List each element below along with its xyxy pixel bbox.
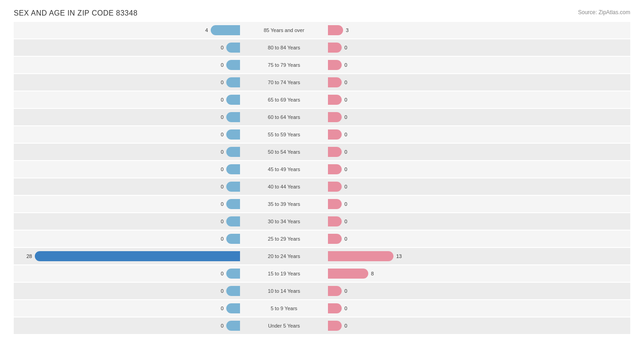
female-bar [328,321,342,331]
female-value: 0 [344,45,347,50]
female-bar [328,251,393,261]
bar-row: 28 20 to 24 Years 13 [14,248,630,264]
right-section: 0 [325,216,486,226]
bar-row: 0 30 to 34 Years 0 [14,213,630,230]
bar-row: 0 35 to 39 Years 0 [14,196,630,212]
left-section: 28 [14,251,243,261]
female-bar [328,112,342,122]
age-label: 10 to 14 Years [243,288,325,294]
female-value: 0 [344,167,347,172]
age-label: 55 to 59 Years [243,132,325,137]
age-label: 65 to 69 Years [243,97,325,102]
female-value: 0 [344,219,347,224]
bar-row: 0 5 to 9 Years 0 [14,300,630,317]
male-bar [226,95,240,105]
female-value: 13 [396,253,402,259]
bar-row: 0 50 to 54 Years 0 [14,144,630,160]
right-section: 0 [325,77,486,87]
chart-title: SEX AND AGE IN ZIP CODE 83348 [14,9,137,17]
male-value: 0 [221,97,224,102]
bar-row: 0 Under 5 Years 0 [14,317,630,334]
male-value: 0 [221,149,224,155]
left-section: 0 [14,216,243,226]
right-section: 0 [325,234,486,244]
female-value: 0 [344,184,347,189]
age-label: Under 5 Years [243,323,325,328]
right-section: 3 [325,25,486,35]
female-bar [328,147,342,157]
female-value: 0 [344,201,347,207]
male-bar [226,286,240,296]
female-bar [328,303,342,313]
left-section: 0 [14,60,243,70]
left-section: 0 [14,112,243,122]
female-value: 0 [344,149,347,155]
bar-row: 4 85 Years and over 3 [14,22,630,38]
male-value: 0 [221,132,224,137]
age-label: 85 Years and over [243,27,325,33]
female-bar [328,286,342,296]
male-bar [226,182,240,192]
female-value: 0 [344,62,347,68]
male-bar [226,303,240,313]
bar-row: 0 65 to 69 Years 0 [14,91,630,108]
bar-row: 0 75 to 79 Years 0 [14,57,630,73]
female-bar [328,43,342,53]
left-section: 0 [14,234,243,244]
bar-row: 0 40 to 44 Years 0 [14,178,630,195]
right-section: 0 [325,129,486,140]
female-bar [328,164,342,174]
male-value: 0 [221,114,224,120]
age-label: 50 to 54 Years [243,149,325,155]
left-section: 0 [14,95,243,105]
male-value: 0 [221,184,224,189]
left-section: 0 [14,77,243,87]
male-value: 0 [221,45,224,50]
male-bar [226,77,240,87]
bar-row: 0 10 to 14 Years 0 [14,283,630,299]
left-section: 0 [14,269,243,279]
male-value: 0 [221,236,224,242]
male-value: 0 [221,288,224,294]
left-section: 0 [14,147,243,157]
female-value: 8 [371,271,374,276]
age-label: 35 to 39 Years [243,201,325,207]
left-section: 0 [14,182,243,192]
female-value: 0 [344,132,347,137]
male-bar [226,234,240,244]
male-bar [226,164,240,174]
right-section: 0 [325,60,486,70]
male-bar [35,251,240,261]
right-section: 0 [325,164,486,174]
female-value: 0 [344,288,347,294]
bar-row: 0 15 to 19 Years 8 [14,265,630,282]
male-bar [226,43,240,53]
right-section: 0 [325,43,486,53]
age-label: 25 to 29 Years [243,236,325,242]
bar-row: 0 80 to 84 Years 0 [14,39,630,56]
bar-row: 0 25 to 29 Years 0 [14,231,630,247]
female-bar [328,216,342,226]
left-section: 0 [14,199,243,209]
left-section: 0 [14,303,243,313]
male-bar [226,216,240,226]
male-bar [226,269,240,279]
male-bar [226,321,240,331]
age-label: 60 to 64 Years [243,114,325,120]
age-label: 30 to 34 Years [243,219,325,224]
left-section: 0 [14,321,243,331]
female-value: 3 [346,27,349,33]
left-section: 0 [14,129,243,140]
male-bar [226,199,240,209]
female-value: 0 [344,236,347,242]
age-label: 80 to 84 Years [243,45,325,50]
right-section: 0 [325,199,486,209]
female-value: 0 [344,306,347,311]
left-section: 0 [14,164,243,174]
age-label: 45 to 49 Years [243,167,325,172]
right-section: 0 [325,303,486,313]
right-section: 0 [325,286,486,296]
male-value: 0 [221,80,224,85]
female-bar [328,129,342,140]
left-section: 0 [14,286,243,296]
